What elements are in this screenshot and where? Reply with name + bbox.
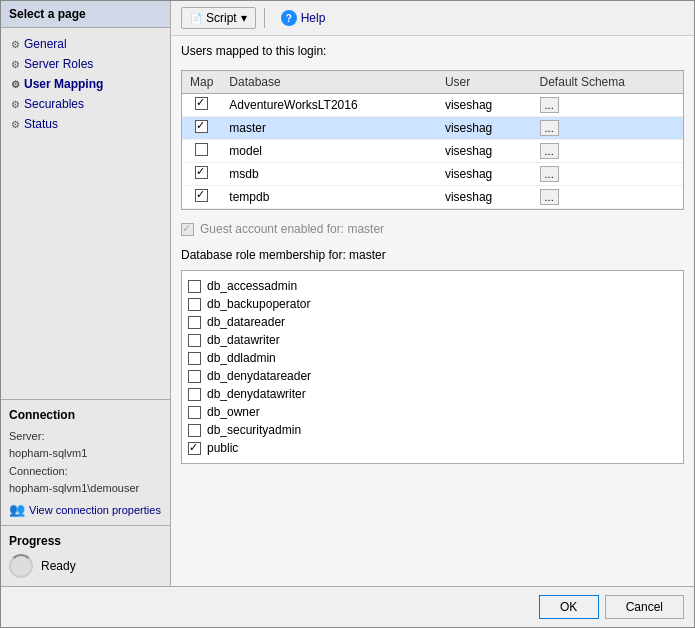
role-item: public (188, 439, 677, 457)
status-icon: ⚙ (11, 119, 20, 130)
schema-cell: ... (532, 117, 683, 139)
role-checkbox[interactable] (188, 316, 201, 329)
role-item: db_denydatawriter (188, 385, 677, 403)
role-item: db_owner (188, 403, 677, 421)
schema-ellipsis-button[interactable]: ... (540, 166, 559, 182)
role-checkbox[interactable] (188, 388, 201, 401)
database-cell: model (221, 140, 437, 163)
help-icon: ? (281, 10, 297, 26)
ok-button[interactable]: OK (539, 595, 599, 619)
role-label: db_datawriter (207, 333, 280, 347)
content-area: Users mapped to this login: Map Database… (171, 36, 694, 586)
securables-icon: ⚙ (11, 99, 20, 110)
role-checkbox[interactable] (188, 334, 201, 347)
script-dropdown-icon: ▾ (241, 11, 247, 25)
connection-title: Connection (9, 408, 162, 422)
role-label: public (207, 441, 238, 455)
role-section: db_accessadmindb_backupoperatordb_datare… (181, 270, 684, 464)
role-label: db_owner (207, 405, 260, 419)
role-label: db_backupoperator (207, 297, 310, 311)
role-item: db_datawriter (188, 331, 677, 349)
connection-label: Connection: (9, 463, 162, 481)
schema-ellipsis-button[interactable]: ... (540, 97, 559, 113)
role-item: db_ddladmin (188, 349, 677, 367)
database-cell: master (221, 117, 437, 140)
progress-spinner (9, 554, 33, 578)
col-schema: Default Schema (532, 71, 683, 94)
table-row[interactable]: AdventureWorksLT2016viseshag... (182, 94, 683, 117)
toolbar: 📄 Script ▾ ? Help (171, 1, 694, 36)
table-row[interactable]: modelviseshag... (182, 140, 683, 163)
users-table-container: Map Database User Default Schema Adventu… (181, 70, 684, 210)
role-checkbox[interactable] (188, 280, 201, 293)
col-user: User (437, 71, 532, 94)
user-cell: viseshag (437, 94, 532, 117)
role-checkbox[interactable] (188, 406, 201, 419)
role-label: db_datareader (207, 315, 285, 329)
role-item: db_datareader (188, 313, 677, 331)
schema-ellipsis-button[interactable]: ... (540, 189, 559, 205)
role-label: db_securityadmin (207, 423, 301, 437)
nav-item-general[interactable]: ⚙ General (5, 34, 166, 54)
dialog-footer: OK Cancel (1, 586, 694, 627)
role-item: db_accessadmin (188, 277, 677, 295)
role-item: db_securityadmin (188, 421, 677, 439)
table-row[interactable]: tempdbviseshag... (182, 186, 683, 209)
user-cell: viseshag (437, 117, 532, 140)
role-label: db_denydatareader (207, 369, 311, 383)
role-item: db_backupoperator (188, 295, 677, 313)
role-checkbox[interactable] (188, 298, 201, 311)
role-membership-label: Database role membership for: master (181, 248, 684, 262)
nav-item-user-mapping[interactable]: ⚙ User Mapping (5, 74, 166, 94)
user-mapping-icon: ⚙ (11, 79, 20, 90)
view-connection-properties-link[interactable]: 👥 View connection properties (9, 502, 162, 517)
map-checkbox[interactable] (195, 143, 208, 156)
role-checkbox[interactable] (188, 352, 201, 365)
help-label: Help (301, 11, 326, 25)
map-checkbox[interactable] (195, 97, 208, 110)
connection-link-icon: 👥 (9, 502, 25, 517)
role-checkbox[interactable] (188, 370, 201, 383)
nav-item-securables[interactable]: ⚙ Securables (5, 94, 166, 114)
col-map: Map (182, 71, 221, 94)
nav-item-status[interactable]: ⚙ Status (5, 114, 166, 134)
map-checkbox[interactable] (195, 120, 208, 133)
role-label: db_denydatawriter (207, 387, 306, 401)
user-cell: viseshag (437, 163, 532, 186)
connection-section: Connection Server: hopham-sqlvm1 Connect… (1, 399, 170, 525)
view-connection-link-label: View connection properties (29, 504, 161, 516)
nav-item-general-label: General (24, 37, 67, 51)
guest-account-checkbox[interactable] (181, 223, 194, 236)
role-checkbox[interactable] (188, 442, 201, 455)
user-cell: viseshag (437, 140, 532, 163)
progress-status: Ready (41, 559, 76, 573)
role-label: db_accessadmin (207, 279, 297, 293)
role-label: db_ddladmin (207, 351, 276, 365)
table-row[interactable]: masterviseshag... (182, 117, 683, 140)
map-checkbox[interactable] (195, 189, 208, 202)
help-button[interactable]: ? Help (273, 7, 334, 29)
users-table: Map Database User Default Schema Adventu… (182, 71, 683, 209)
schema-ellipsis-button[interactable]: ... (540, 120, 559, 136)
cancel-button[interactable]: Cancel (605, 595, 684, 619)
progress-section: Progress Ready (1, 525, 170, 586)
toolbar-separator (264, 8, 265, 28)
script-button[interactable]: 📄 Script ▾ (181, 7, 256, 29)
nav-items-list: ⚙ General ⚙ Server Roles ⚙ User Mapping … (1, 28, 170, 399)
server-roles-icon: ⚙ (11, 59, 20, 70)
database-cell: msdb (221, 163, 437, 186)
database-cell: AdventureWorksLT2016 (221, 94, 437, 117)
table-row[interactable]: msdbviseshag... (182, 163, 683, 186)
nav-item-status-label: Status (24, 117, 58, 131)
progress-title: Progress (9, 534, 162, 548)
map-checkbox[interactable] (195, 166, 208, 179)
nav-item-server-roles[interactable]: ⚙ Server Roles (5, 54, 166, 74)
nav-item-server-roles-label: Server Roles (24, 57, 93, 71)
role-item: db_denydatareader (188, 367, 677, 385)
general-icon: ⚙ (11, 39, 20, 50)
connection-info: Server: hopham-sqlvm1 Connection: hopham… (9, 428, 162, 498)
schema-ellipsis-button[interactable]: ... (540, 143, 559, 159)
users-mapped-label: Users mapped to this login: (181, 44, 684, 58)
script-label: Script (206, 11, 237, 25)
role-checkbox[interactable] (188, 424, 201, 437)
